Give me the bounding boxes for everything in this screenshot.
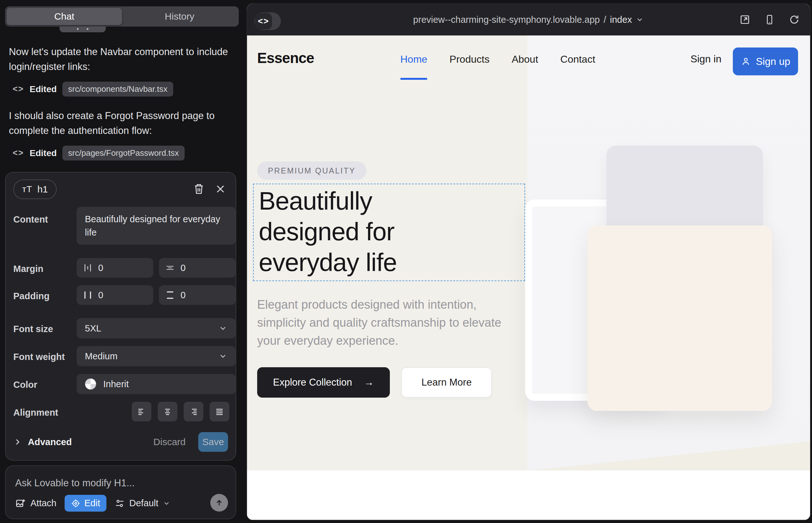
site-navbar: Essence Home Products About Contact Sign… [247, 35, 810, 83]
external-link-icon [739, 14, 751, 25]
attach-image-icon [15, 498, 26, 509]
font-weight-select[interactable]: Medium [77, 346, 236, 366]
edit-mode-button[interactable]: Edit [65, 495, 106, 511]
sign-up-button[interactable]: Sign up [733, 48, 798, 75]
learn-more-button[interactable]: Learn More [401, 367, 492, 398]
margin-label: Margin [13, 264, 43, 274]
nav-link-products[interactable]: Products [449, 54, 489, 65]
align-justify-button[interactable] [210, 402, 229, 421]
discard-button[interactable]: Discard [153, 437, 186, 447]
url-host: preview--charming-site-symphony.lovable.… [413, 15, 600, 25]
element-tag-pill[interactable]: ᴛT h1 [13, 180, 57, 199]
refresh-icon [789, 14, 800, 25]
padding-horizontal-icon [83, 290, 92, 300]
preview-toolbar: <> preview--charming-site-symphony.lovab… [247, 4, 810, 35]
assistant-message: I should also create a Forgot Password p… [9, 108, 231, 138]
chevron-down-icon [218, 352, 227, 361]
send-button[interactable] [210, 494, 228, 511]
explore-collection-button[interactable]: Explore Collection → [257, 367, 390, 398]
user-icon [741, 56, 751, 67]
margin-x-input[interactable]: 0 [77, 258, 153, 278]
chevron-down-icon [218, 324, 227, 333]
color-select[interactable]: Inherit [77, 374, 236, 394]
model-selector[interactable]: Default [114, 498, 170, 508]
chat-panel: Chat History Now let's update the Navbar… [0, 0, 241, 523]
content-input[interactable]: Beautifully designed for everyday life [77, 207, 236, 245]
hero-paragraph: Elegant products designed with intention… [257, 296, 507, 350]
code-icon: <> [13, 84, 24, 94]
align-right-button[interactable] [184, 402, 203, 421]
edited-file-chip[interactable]: src/pages/ForgotPassword.tsx [63, 146, 184, 161]
close-icon [217, 186, 224, 192]
open-external-button[interactable] [739, 13, 751, 26]
preview-url-bar[interactable]: preview--charming-site-symphony.lovable.… [247, 4, 810, 35]
target-icon [71, 499, 81, 508]
color-label: Color [13, 380, 37, 390]
content-label: Content [13, 214, 48, 225]
assistant-message: Now let's update the Navbar component to… [9, 44, 231, 74]
smartphone-icon [764, 14, 775, 25]
url-separator: / [604, 15, 606, 25]
chevron-down-icon [636, 16, 644, 24]
padding-label: Padding [13, 291, 49, 301]
code-icon: <> [13, 148, 24, 158]
element-tag: h1 [37, 184, 48, 195]
font-size-label: Font size [13, 324, 53, 334]
align-center-button[interactable] [158, 402, 177, 421]
truncated-scrolled-chip [59, 26, 106, 32]
trash-icon [195, 184, 203, 194]
prompt-input[interactable]: Ask Lovable to modify H1... [15, 477, 135, 489]
save-button[interactable]: Save [198, 432, 228, 452]
nav-link-contact[interactable]: Contact [560, 54, 595, 65]
align-left-button[interactable] [132, 402, 152, 421]
chat-history-tabbar: Chat History [5, 6, 239, 26]
margin-vertical-icon [165, 263, 175, 273]
prompt-actions: Attach Edit Default [15, 495, 170, 511]
sign-in-link[interactable]: Sign in [690, 53, 721, 65]
padding-y-input[interactable]: 0 [159, 285, 236, 305]
close-editor-button[interactable] [213, 182, 227, 196]
arrow-up-icon [215, 498, 224, 507]
hero-heading[interactable]: Beautifully designed for everyday life [259, 185, 468, 278]
attach-button[interactable]: Attach [15, 498, 56, 509]
delete-element-button[interactable] [192, 182, 206, 196]
edited-label: Edited [30, 84, 57, 94]
hero-badge: PREMIUM QUALITY [257, 161, 366, 180]
prompt-composer: Ask Lovable to modify H1... Attach Edit [5, 465, 236, 519]
url-path: index [610, 15, 632, 25]
tab-history[interactable]: History [122, 8, 237, 25]
site-logo[interactable]: Essence [257, 49, 314, 67]
nav-link-about[interactable]: About [512, 54, 539, 65]
preview-window: <> preview--charming-site-symphony.lovab… [247, 4, 810, 520]
chevron-down-icon [163, 500, 170, 507]
editor-footer: Advanced Discard Save [13, 432, 228, 452]
font-size-select[interactable]: 5XL [77, 318, 236, 339]
font-weight-label: Font weight [13, 352, 65, 362]
edited-label: Edited [30, 148, 57, 158]
typography-icon: ᴛT [22, 184, 32, 194]
lovable-app: Chat History Now let's update the Navbar… [0, 0, 812, 523]
mobile-view-button[interactable] [763, 13, 776, 26]
chevron-right-icon [13, 438, 21, 446]
nav-link-home[interactable]: Home [400, 54, 427, 65]
edited-file-chip[interactable]: src/components/Navbar.tsx [63, 82, 173, 96]
tab-chat[interactable]: Chat [7, 8, 122, 25]
sliders-icon [114, 498, 125, 508]
alignment-group [6, 402, 236, 421]
margin-horizontal-icon [83, 263, 92, 273]
edited-file-row: <> Edited src/components/Navbar.tsx [13, 82, 173, 96]
advanced-toggle[interactable]: Advanced [13, 437, 72, 447]
padding-x-input[interactable]: 0 [77, 285, 153, 305]
rendered-site: Essence Home Products About Contact Sign… [247, 35, 810, 520]
hero-cta-row: Explore Collection → Learn More [257, 367, 492, 398]
decorative-card-beige [587, 226, 772, 411]
site-nav-links: Home Products About Contact [400, 35, 595, 83]
edited-file-row: <> Edited src/pages/ForgotPassword.tsx [13, 146, 184, 161]
selected-h1-outline[interactable]: Beautifully designed for everyday life [253, 184, 525, 281]
padding-vertical-icon [165, 290, 175, 300]
margin-y-input[interactable]: 0 [159, 258, 236, 278]
refresh-button[interactable] [788, 13, 800, 26]
preview-controls [739, 4, 800, 35]
arrow-right-icon: → [364, 377, 374, 388]
element-editor-panel: ᴛT h1 Content Beautifully designed for e… [5, 172, 236, 461]
